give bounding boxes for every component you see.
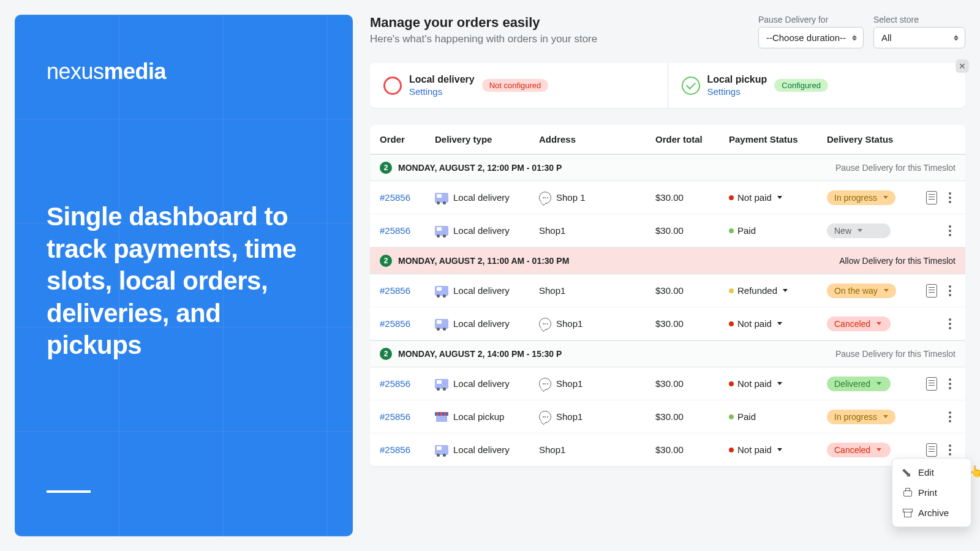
promo-headline: Single dashboard to track payments, time…	[47, 201, 321, 362]
group-count-badge: 2	[380, 348, 392, 360]
config-pickup-settings-link[interactable]: Settings	[707, 86, 767, 97]
status-dot-icon	[729, 228, 734, 233]
row-kebab-menu[interactable]	[944, 375, 956, 393]
status-dot-icon	[729, 381, 734, 386]
config-pickup-name: Local pickup	[707, 74, 767, 85]
not-configured-icon	[383, 77, 402, 95]
configured-icon	[682, 77, 700, 95]
document-icon[interactable]	[926, 377, 937, 391]
payment-status-cell[interactable]: Not paid	[729, 444, 827, 455]
accent-bar	[47, 490, 91, 493]
delivery-status-cell: In progress	[827, 408, 956, 426]
payment-status-cell[interactable]: Not paid	[729, 192, 827, 203]
row-kebab-menu[interactable]	[944, 441, 956, 459]
menu-item-archive[interactable]: Archive	[892, 503, 971, 523]
total-cell: $30.00	[655, 444, 729, 455]
payment-status-cell[interactable]: Paid	[729, 411, 827, 422]
order-link[interactable]: #25856	[380, 225, 410, 236]
select-caret-icon	[852, 35, 857, 40]
group-label: MONDAY, AUGUST 2, 12:00 PM - 01:30 P	[398, 163, 562, 173]
close-icon[interactable]: ✕	[956, 59, 969, 73]
row-kebab-menu[interactable]	[944, 222, 956, 240]
group-label: MONDAY, AUGUST 2, 14:00 PM - 15:30 P	[398, 349, 562, 359]
order-link[interactable]: #25856	[380, 378, 410, 389]
row-menu: Edit Print Archive	[892, 458, 971, 527]
row-kebab-menu[interactable]	[944, 315, 956, 333]
delivery-status-pill[interactable]: On the way	[827, 283, 896, 298]
row-kebab-menu[interactable]	[944, 408, 956, 426]
order-link[interactable]: #25856	[380, 411, 410, 422]
total-cell: $30.00	[655, 285, 729, 296]
total-cell: $30.00	[655, 378, 729, 389]
delivery-status-pill[interactable]: New	[827, 223, 891, 238]
select-store-select[interactable]: All	[873, 27, 965, 48]
delivery-status-cell: Delivered	[827, 375, 956, 393]
local-pickup-config: Local pickup Settings Configured	[668, 63, 966, 108]
address-cell: Shop1	[539, 318, 655, 330]
pause-delivery-select[interactable]: --Choose duration--	[758, 27, 864, 48]
payment-status-cell[interactable]: Refunded	[729, 285, 827, 296]
col-order: Order	[380, 134, 435, 144]
logo-text-thin: nexus	[47, 59, 104, 84]
promo-panel: nexusmedia Single dashboard to track pay…	[15, 15, 353, 536]
main-content: Manage your orders easily Here's what's …	[370, 15, 965, 536]
table-row: #25856 Local delivery Shop1 $30.00 Not p…	[370, 433, 965, 467]
local-delivery-config: Local delivery Settings Not configured	[370, 63, 668, 108]
delivery-status-cell: Canceled Edit Print Archive 👆	[827, 441, 956, 459]
delivery-status-pill[interactable]: In progress	[827, 190, 895, 205]
timeslot-pause-action[interactable]: Pause Delivery for this Timeslot	[835, 349, 956, 359]
col-payment-status: Payment Status	[729, 134, 827, 144]
pause-delivery-label: Pause Delivery for	[758, 15, 864, 24]
payment-status-cell[interactable]: Paid	[729, 225, 827, 236]
order-link[interactable]: #25856	[380, 192, 410, 203]
timeslot-group: 2 MONDAY, AUGUST 2, 11:00 AM - 01:30 PM …	[370, 247, 965, 274]
page-subtitle: Here's what's happening with orders in y…	[370, 33, 748, 45]
timeslot-pause-action[interactable]: Allow Delivery for this Timeslot	[839, 256, 956, 266]
timeslot-pause-action[interactable]: Pause Delivery for this Timeslot	[835, 163, 956, 173]
document-icon[interactable]	[926, 284, 937, 298]
select-caret-icon	[954, 35, 959, 40]
delivery-status-pill[interactable]: Canceled	[827, 317, 891, 331]
order-link[interactable]: #25856	[380, 285, 410, 296]
table-row: #25856 Local delivery Shop1 $30.00 Not p…	[370, 307, 965, 340]
address-cell: Shop1	[539, 411, 655, 423]
status-dot-icon	[729, 321, 734, 326]
chat-bubble-icon	[539, 411, 551, 423]
config-delivery-settings-link[interactable]: Settings	[409, 86, 475, 97]
group-count-badge: 2	[380, 162, 392, 174]
status-dot-icon	[729, 195, 734, 200]
document-icon[interactable]	[926, 191, 937, 204]
config-delivery-name: Local delivery	[409, 74, 475, 85]
delivery-type-cell: Local delivery	[435, 444, 539, 455]
delivery-status-pill[interactable]: In progress	[827, 410, 895, 424]
chat-bubble-icon	[539, 378, 551, 390]
config-card: ✕ Local delivery Settings Not configured…	[370, 63, 965, 108]
table-row: #25856 Local delivery Shop1 $30.00 Paid …	[370, 214, 965, 247]
col-delivery-status: Delivery Status	[827, 134, 956, 144]
delivery-status-cell: In progress	[827, 189, 956, 207]
print-icon	[902, 488, 912, 498]
brand-logo: nexusmedia	[47, 59, 321, 84]
menu-item-edit[interactable]: Edit	[892, 462, 971, 482]
document-icon[interactable]	[926, 443, 937, 457]
order-link[interactable]: #25856	[380, 444, 410, 455]
total-cell: $30.00	[655, 318, 729, 329]
payment-status-cell[interactable]: Not paid	[729, 318, 827, 329]
row-kebab-menu[interactable]	[944, 189, 956, 207]
chat-bubble-icon	[539, 318, 551, 330]
delivery-status-pill[interactable]: Canceled	[827, 443, 891, 457]
order-link[interactable]: #25856	[380, 318, 410, 329]
truck-icon	[435, 379, 448, 389]
page-header: Manage your orders easily Here's what's …	[370, 15, 965, 48]
payment-status-cell[interactable]: Not paid	[729, 378, 827, 389]
col-delivery-type: Delivery type	[435, 134, 539, 144]
page-title: Manage your orders easily	[370, 15, 748, 31]
col-total: Order total	[655, 134, 729, 144]
table-row: #25856 Local delivery Shop1 $30.00 Refun…	[370, 274, 965, 307]
address-cell: Shop1	[539, 285, 655, 296]
row-kebab-menu[interactable]	[944, 282, 956, 300]
delivery-status-pill[interactable]: Delivered	[827, 377, 891, 391]
truck-icon	[435, 193, 448, 203]
menu-item-print[interactable]: Print	[892, 482, 971, 503]
logo-text-bold: media	[104, 59, 167, 84]
